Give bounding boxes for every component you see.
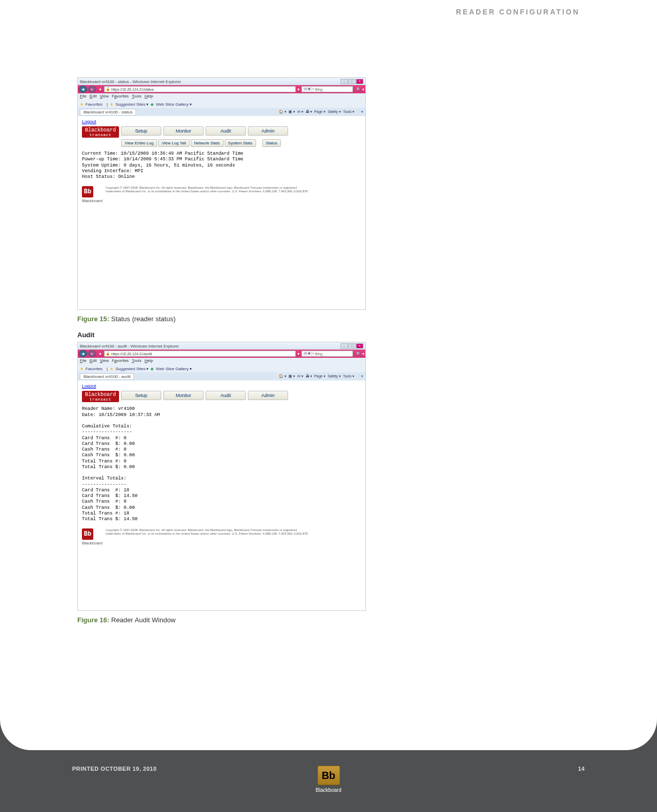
tab-monitor[interactable]: Monitor: [163, 391, 204, 400]
close-button[interactable]: ×: [356, 343, 363, 349]
dropdown-icon[interactable]: ▼: [98, 352, 102, 356]
menu-edit[interactable]: Edit: [90, 94, 97, 100]
subtab-network-stats[interactable]: Network Stats: [191, 139, 224, 147]
tools-menu[interactable]: Tools ▾: [343, 110, 355, 114]
print-icon[interactable]: 🖶 ▾: [306, 374, 312, 378]
home-icon[interactable]: 🏠 ▾: [279, 374, 287, 378]
tab-admin[interactable]: Admin: [248, 391, 288, 400]
go-dropdown-icon[interactable]: ▼: [297, 352, 300, 356]
subtab-status[interactable]: Status: [262, 139, 281, 147]
subtab-system-stats[interactable]: System Stats: [225, 139, 256, 147]
mail-icon[interactable]: ✉ ▾: [297, 110, 304, 114]
screenshot-status: Blackboard vr4100 - status - Windows Int…: [77, 77, 366, 310]
menu-file[interactable]: File: [80, 358, 87, 364]
stop-icon[interactable]: ✖: [308, 87, 311, 91]
search-input[interactable]: ⟳✖ ⤷ Bing: [301, 351, 353, 357]
menu-help[interactable]: Help: [145, 94, 153, 100]
favorites-star-icon[interactable]: ★: [80, 102, 83, 107]
address-bar: ◄ ► ▼ 🔒 https://10.20.124.21/audit ▼ ⟳✖ …: [78, 350, 365, 358]
window-buttons: – □ ×: [341, 343, 363, 349]
copyright-text: Copyright © 1997-2008. Blackboard Inc. A…: [106, 186, 312, 193]
favorites-star-icon[interactable]: ★: [80, 367, 83, 371]
safety-menu[interactable]: Safety ▾: [328, 110, 341, 114]
web-slice-link[interactable]: Web Slice Gallery ▾: [156, 102, 192, 107]
menu-favorites[interactable]: Favorites: [112, 94, 129, 100]
tab-audit[interactable]: Audit: [206, 391, 246, 400]
stop-icon[interactable]: ✖: [308, 352, 311, 356]
help-icon[interactable]: ❔▾: [357, 374, 363, 378]
go-dropdown-icon[interactable]: ▼: [297, 88, 300, 91]
page-tools: 🏠 ▾ ▦ ▾ ✉ ▾ 🖶 ▾ Page ▾ Safety ▾ Tools ▾ …: [279, 374, 363, 378]
help-icon[interactable]: ❔▾: [357, 110, 363, 114]
footer-brand: Bb Blackboard: [314, 766, 343, 793]
page-menu[interactable]: Page ▾: [314, 374, 326, 378]
logout-link[interactable]: Logout: [82, 119, 96, 124]
search-engine-label: Bing: [315, 352, 323, 356]
close-button[interactable]: ×: [356, 79, 363, 84]
menu-tools[interactable]: Tools: [132, 358, 142, 364]
menu-file[interactable]: File: [80, 94, 87, 100]
menu-view[interactable]: View: [100, 94, 109, 100]
status-text: Current Time: 10/15/2009 10:36:49 AM Pac…: [82, 151, 361, 180]
search-go-icon[interactable]: 🔍 ▾: [356, 352, 364, 356]
figure-15-title: Status (reader status): [111, 315, 176, 323]
menu-tools[interactable]: Tools: [132, 94, 142, 100]
brand-line2: transact: [90, 397, 111, 402]
suggested-sites-link[interactable]: Suggested Sites ▾: [115, 102, 149, 107]
menu-view[interactable]: View: [100, 358, 109, 364]
minimize-button[interactable]: –: [341, 343, 348, 349]
window-title: Blackboard vr4100 - audit - Windows Inte…: [80, 344, 179, 349]
tab-setup[interactable]: Setup: [121, 126, 161, 136]
feed-icon[interactable]: ▦ ▾: [289, 374, 295, 378]
audit-heading: Audit: [77, 331, 366, 339]
tab-admin[interactable]: Admin: [248, 126, 288, 136]
tab-bar: Blackboard vr4100 - audit 🏠 ▾ ▦ ▾ ✉ ▾ 🖶 …: [78, 372, 365, 380]
lock-icon: 🔒: [106, 87, 110, 91]
printed-date: PRINTED OCTOBER 19, 2010: [72, 766, 157, 772]
tab-audit[interactable]: Audit: [206, 126, 246, 136]
refresh-icon[interactable]: ⟳: [304, 352, 307, 356]
document-footer: PRINTED OCTOBER 19, 2010 14 Bb Blackboar…: [0, 714, 657, 812]
subtab-view-entire-log[interactable]: View Entire Log: [121, 139, 157, 147]
maximize-button[interactable]: □: [348, 79, 356, 84]
forward-button[interactable]: ►: [88, 86, 96, 93]
figure-16-label: Figure 16:: [77, 616, 109, 624]
brand-line1: Blackboard: [85, 128, 116, 133]
tab-monitor[interactable]: Monitor: [163, 126, 204, 136]
subtab-view-log-tail[interactable]: View Log Tail: [158, 139, 190, 147]
search-go-icon[interactable]: 🔍 ▾: [356, 87, 364, 92]
suggested-sites-link[interactable]: Suggested Sites ▾: [115, 367, 149, 371]
print-icon[interactable]: 🖶 ▾: [306, 110, 312, 114]
url-input[interactable]: 🔒 https://10.20.124.21/status: [104, 86, 296, 92]
web-slice-link[interactable]: Web Slice Gallery ▾: [156, 367, 192, 371]
safety-menu[interactable]: Safety ▾: [328, 374, 341, 378]
tab-setup[interactable]: Setup: [121, 391, 161, 400]
favorites-label[interactable]: Favorites: [86, 102, 103, 107]
refresh-icon[interactable]: ⟳: [304, 87, 307, 91]
mail-icon[interactable]: ✉ ▾: [297, 374, 304, 378]
browser-tab[interactable]: Blackboard vr4100 - audit: [80, 373, 134, 380]
logout-link[interactable]: Logout: [82, 384, 96, 389]
maximize-button[interactable]: □: [348, 343, 356, 349]
browser-tab[interactable]: Blackboard vr4100 - status: [80, 109, 136, 115]
figure-15-caption: Figure 15: Status (reader status): [77, 315, 366, 323]
minimize-button[interactable]: –: [341, 79, 348, 84]
home-icon[interactable]: 🏠 ▾: [279, 110, 287, 114]
back-button[interactable]: ◄: [79, 350, 87, 357]
dropdown-icon[interactable]: ▼: [98, 88, 102, 91]
app-sub-nav: View Entire Log View Log Tail Network St…: [121, 139, 361, 147]
search-input[interactable]: ⟳✖ ⤷ Bing: [301, 86, 353, 92]
tools-menu[interactable]: Tools ▾: [343, 374, 355, 378]
feed-icon[interactable]: ▦ ▾: [289, 110, 295, 114]
menu-help[interactable]: Help: [145, 358, 153, 364]
app-body: Logout Blackboard transact Setup Monitor…: [78, 116, 365, 309]
back-button[interactable]: ◄: [79, 86, 87, 93]
favorites-label[interactable]: Favorites: [86, 367, 103, 371]
menu-edit[interactable]: Edit: [90, 358, 97, 364]
page-menu[interactable]: Page ▾: [314, 110, 326, 114]
url-input[interactable]: 🔒 https://10.20.124.21/audit: [104, 351, 296, 357]
menu-favorites[interactable]: Favorites: [112, 358, 129, 364]
favorites-bar: ★ Favorites | ★ Suggested Sites ▾ ◆ Web …: [78, 365, 365, 372]
forward-button[interactable]: ►: [88, 350, 96, 357]
page-header: READER CONFIGURATION: [456, 8, 580, 16]
